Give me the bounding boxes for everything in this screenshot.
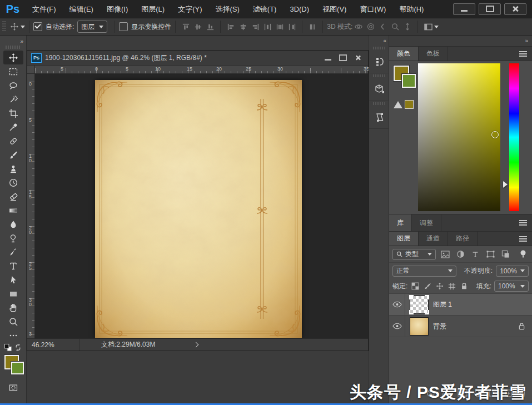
tab-channels[interactable]: 通道	[419, 232, 448, 246]
panel-menu-icon[interactable]	[519, 219, 532, 227]
menu-view[interactable]: 视图(V)	[316, 0, 353, 18]
menu-type[interactable]: 文字(Y)	[171, 0, 208, 18]
layer-thumbnail[interactable]	[410, 317, 429, 336]
distribute-center-icon[interactable]	[274, 21, 286, 32]
background-color-swatch[interactable]	[11, 362, 24, 374]
layer-row-2[interactable]: 背景	[389, 316, 532, 337]
blend-mode-dropdown[interactable]: 正常	[392, 266, 456, 277]
align-vertical-center-icon[interactable]	[192, 21, 204, 32]
history-panel-button[interactable]	[369, 51, 390, 73]
tab-libraries[interactable]: 库	[389, 214, 412, 231]
minimize-button[interactable]	[453, 3, 475, 15]
workspace-chevron-icon[interactable]	[434, 26, 439, 28]
menu-image[interactable]: 图像(I)	[100, 0, 135, 18]
align-horizontal-center-icon[interactable]	[237, 21, 249, 32]
workspace-icon[interactable]	[422, 21, 434, 32]
swap-colors-icon[interactable]	[14, 343, 22, 352]
options-grip[interactable]	[2, 21, 6, 32]
3d-panel-button[interactable]	[369, 78, 390, 101]
status-chevron-icon[interactable]	[193, 342, 199, 348]
align-left-icon[interactable]	[225, 21, 237, 32]
pen-tool[interactable]	[3, 245, 23, 259]
properties-panel-button[interactable]	[369, 106, 390, 129]
horizontal-ruler[interactable]: 5 0 5 10 15 20 25 30 35	[35, 66, 368, 74]
filter-pixel-layers-icon[interactable]	[440, 249, 451, 260]
3d-roll-icon[interactable]	[365, 21, 377, 32]
panel-menu-icon[interactable]	[519, 235, 532, 243]
document-tab[interactable]: Ps 1900-1203061J15611.jpg @ 46.2% (图层 1,…	[27, 51, 368, 66]
opacity-dropdown[interactable]: 100%	[496, 266, 529, 277]
layer-row-1[interactable]: 图层 1	[389, 294, 532, 316]
move-tool[interactable]	[3, 51, 23, 64]
auto-select-dropdown[interactable]: 图层	[77, 21, 107, 33]
filter-smart-objects-icon[interactable]	[500, 249, 511, 260]
tab-adjustments[interactable]: 调整	[412, 214, 441, 231]
distribute-left-icon[interactable]	[261, 21, 274, 32]
preset-chevron-icon[interactable]	[21, 26, 25, 28]
dodge-tool[interactable]	[3, 231, 23, 245]
menu-select[interactable]: 选择(S)	[208, 0, 246, 18]
maximize-button[interactable]	[479, 3, 501, 15]
type-tool[interactable]	[3, 259, 23, 273]
color-cursor[interactable]	[491, 131, 499, 138]
tab-color[interactable]: 颜色	[389, 47, 419, 61]
canvas[interactable]	[35, 74, 368, 338]
menu-file[interactable]: 文件(F)	[26, 0, 63, 18]
panel-collapse-chevrons[interactable]: «	[369, 36, 389, 46]
filter-shape-layers-icon[interactable]	[485, 249, 496, 260]
panel-expand-chevrons[interactable]: »	[389, 36, 532, 47]
layer-name[interactable]: 背景	[433, 322, 446, 331]
toolbar-collapse-chevrons[interactable]: »	[0, 36, 26, 46]
doc-close-icon[interactable]	[355, 55, 361, 61]
visibility-toggle[interactable]	[389, 316, 405, 337]
tab-paths[interactable]: 路径	[448, 232, 478, 246]
edit-toolbar-ellipsis[interactable]	[3, 328, 23, 342]
menu-edit[interactable]: 编辑(E)	[63, 0, 100, 18]
layer-name[interactable]: 图层 1	[433, 300, 452, 309]
brush-tool[interactable]	[3, 148, 23, 162]
crop-tool[interactable]	[3, 106, 23, 120]
saturation-brightness-field[interactable]	[418, 63, 500, 211]
auto-select-checkbox[interactable]	[33, 22, 42, 31]
marquee-tool[interactable]	[3, 64, 23, 78]
align-right-icon[interactable]	[249, 21, 261, 32]
tab-swatches[interactable]: 色板	[419, 47, 448, 61]
menu-window[interactable]: 窗口(W)	[353, 0, 392, 18]
3d-pan-icon[interactable]	[377, 21, 389, 32]
menu-layer[interactable]: 图层(L)	[135, 0, 171, 18]
show-transform-checkbox[interactable]	[119, 22, 128, 31]
lock-image-pixels-icon[interactable]	[422, 282, 432, 291]
lasso-tool[interactable]	[3, 78, 23, 92]
hue-strip[interactable]	[509, 63, 519, 211]
filter-type-layers-icon[interactable]	[470, 249, 481, 260]
zoom-tool[interactable]	[3, 314, 23, 328]
lock-all-icon[interactable]	[459, 282, 469, 291]
align-top-icon[interactable]	[180, 21, 192, 32]
3d-slide-icon[interactable]	[389, 21, 401, 32]
filter-type-dropdown[interactable]: 类型	[392, 249, 436, 260]
eraser-tool[interactable]	[3, 189, 23, 203]
spot-healing-brush-tool[interactable]	[3, 134, 23, 148]
menu-3d[interactable]: 3D(D)	[283, 0, 316, 18]
doc-minimize-icon[interactable]	[325, 59, 331, 61]
blur-tool[interactable]	[3, 217, 23, 231]
visibility-toggle[interactable]	[389, 294, 405, 315]
background-color-swatch[interactable]	[402, 74, 416, 88]
align-bottom-icon[interactable]	[204, 21, 216, 32]
3d-zoom-icon[interactable]	[401, 21, 414, 32]
move-tool-preset-icon[interactable]	[8, 21, 21, 32]
panel-menu-icon[interactable]	[519, 50, 532, 58]
filter-toggle[interactable]	[518, 249, 529, 260]
gradient-tool[interactable]	[3, 203, 23, 217]
lock-artboard-icon[interactable]	[447, 282, 456, 291]
hand-tool[interactable]	[3, 301, 23, 314]
gamut-warning[interactable]	[394, 100, 414, 109]
filter-adjustment-layers-icon[interactable]	[455, 249, 466, 260]
3d-orbit-icon[interactable]	[352, 21, 365, 32]
doc-maximize-icon[interactable]	[339, 54, 347, 61]
fill-dropdown[interactable]: 100%	[494, 281, 529, 292]
toolbar-grip[interactable]	[6, 46, 21, 49]
lock-position-icon[interactable]	[435, 282, 444, 291]
quick-mask-button[interactable]	[3, 381, 23, 394]
default-colors-icon[interactable]	[4, 343, 12, 352]
